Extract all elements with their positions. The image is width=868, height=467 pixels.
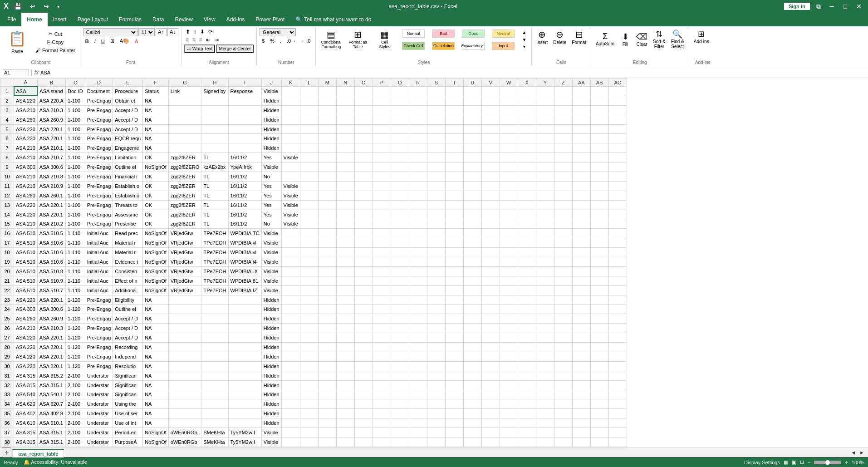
cell[interactable] xyxy=(536,380,554,390)
cell[interactable] xyxy=(281,343,300,352)
cell[interactable] xyxy=(201,409,228,418)
cell[interactable] xyxy=(518,229,536,238)
cell[interactable] xyxy=(373,238,391,248)
cell[interactable] xyxy=(463,115,481,124)
align-middle-button[interactable]: ↕ xyxy=(192,28,198,35)
cell[interactable] xyxy=(500,257,518,267)
cell[interactable] xyxy=(281,162,300,172)
cell[interactable] xyxy=(427,371,445,380)
cell[interactable] xyxy=(572,115,590,124)
cell[interactable] xyxy=(427,285,445,295)
cell[interactable]: ASA 300 xyxy=(14,305,38,314)
cell[interactable] xyxy=(445,428,463,438)
cell[interactable] xyxy=(463,257,481,267)
cell[interactable] xyxy=(409,219,427,229)
cell[interactable] xyxy=(201,361,228,371)
cell[interactable]: Significan xyxy=(113,371,143,380)
cell[interactable] xyxy=(318,324,336,333)
percent-button[interactable]: % xyxy=(268,37,277,44)
cell[interactable] xyxy=(228,305,261,314)
cell[interactable]: Period-en xyxy=(113,428,143,438)
cell[interactable] xyxy=(168,361,201,371)
cell[interactable] xyxy=(409,409,427,418)
cell[interactable]: PurposeÂ xyxy=(113,437,143,447)
cell[interactable] xyxy=(463,153,481,162)
cell[interactable] xyxy=(445,437,463,447)
cell[interactable]: ASA 510.6 xyxy=(37,257,65,267)
cell[interactable]: Pre-Engag xyxy=(85,219,113,229)
cell[interactable] xyxy=(427,314,445,324)
cell[interactable] xyxy=(590,162,608,172)
cell[interactable]: ASA 210 xyxy=(14,143,38,153)
bold-button[interactable]: B xyxy=(83,38,91,45)
cell[interactable] xyxy=(481,162,500,172)
cell[interactable]: ASA 210 xyxy=(14,181,38,191)
cell[interactable] xyxy=(590,87,608,96)
cell[interactable] xyxy=(228,343,261,352)
cell[interactable]: Visible xyxy=(261,437,281,447)
cell[interactable] xyxy=(373,181,391,191)
cell[interactable] xyxy=(554,219,572,229)
cell[interactable]: ASA 300.6 xyxy=(37,162,65,172)
cell[interactable]: Pre-Engag xyxy=(85,115,113,124)
cell[interactable]: ASA 510.8 xyxy=(37,266,65,276)
cell[interactable] xyxy=(518,437,536,447)
cell[interactable]: EQCR requ xyxy=(113,134,143,143)
cell[interactable] xyxy=(318,115,336,124)
cell[interactable] xyxy=(463,124,481,134)
cell[interactable] xyxy=(590,333,608,343)
tab-review[interactable]: Review xyxy=(169,13,198,26)
cell[interactable]: TL xyxy=(201,200,228,210)
cell[interactable] xyxy=(373,191,391,200)
cell[interactable] xyxy=(281,172,300,182)
cell[interactable] xyxy=(427,399,445,409)
sort-filter-button[interactable]: ⇅ Sort &Filter xyxy=(651,28,667,50)
cell[interactable] xyxy=(391,314,409,324)
cell[interactable] xyxy=(354,314,373,324)
cell[interactable]: ASA 315.1 xyxy=(37,380,65,390)
cell[interactable] xyxy=(590,238,608,248)
cell[interactable] xyxy=(481,105,500,115)
cell[interactable]: ASA 210.7 xyxy=(37,153,65,162)
cell[interactable] xyxy=(201,390,228,399)
cell[interactable] xyxy=(391,276,409,285)
cell[interactable]: Understar xyxy=(85,399,113,409)
cell[interactable]: Financial r xyxy=(113,172,143,182)
cell[interactable] xyxy=(300,352,318,361)
cell[interactable] xyxy=(300,437,318,447)
cell[interactable] xyxy=(572,181,590,191)
number-format-select[interactable]: General xyxy=(260,28,296,36)
cell[interactable] xyxy=(318,333,336,343)
cell[interactable]: zgg2f8ZER xyxy=(168,181,201,191)
cell[interactable] xyxy=(281,248,300,257)
cell[interactable] xyxy=(336,399,354,409)
cell[interactable] xyxy=(228,295,261,305)
cell[interactable]: No xyxy=(261,219,281,229)
cell[interactable] xyxy=(391,115,409,124)
cell[interactable] xyxy=(427,229,445,238)
cell[interactable] xyxy=(536,105,554,115)
cell[interactable]: Establish o xyxy=(113,181,143,191)
cell[interactable]: Hidden xyxy=(261,361,281,371)
col-header-k[interactable]: K xyxy=(281,79,300,87)
cell[interactable] xyxy=(409,210,427,219)
table-row[interactable]: 9ASA 300ASA 300.61-100Pre-EngagOutline e… xyxy=(0,162,627,172)
sign-in-button[interactable]: Sign in xyxy=(784,3,810,10)
cell[interactable] xyxy=(518,143,536,153)
cell[interactable] xyxy=(336,162,354,172)
cell[interactable]: Pre-Engag xyxy=(85,124,113,134)
cell[interactable]: ASA 610 xyxy=(14,418,38,428)
cell[interactable] xyxy=(300,285,318,295)
cell[interactable]: TPe7EOH xyxy=(201,266,228,276)
cell[interactable] xyxy=(608,87,627,96)
cell[interactable]: Pre-Engag xyxy=(85,134,113,143)
add-sheet-button[interactable]: + xyxy=(2,447,11,457)
cell[interactable] xyxy=(481,361,500,371)
cell[interactable] xyxy=(518,428,536,438)
comma-button[interactable]: , xyxy=(278,37,284,44)
cell[interactable] xyxy=(608,238,627,248)
cell[interactable]: 1-100 xyxy=(66,153,85,162)
cell[interactable]: ASA 210.2 xyxy=(37,219,65,229)
cell[interactable]: 2-100 xyxy=(66,371,85,380)
cell[interactable]: 1-100 xyxy=(66,210,85,219)
